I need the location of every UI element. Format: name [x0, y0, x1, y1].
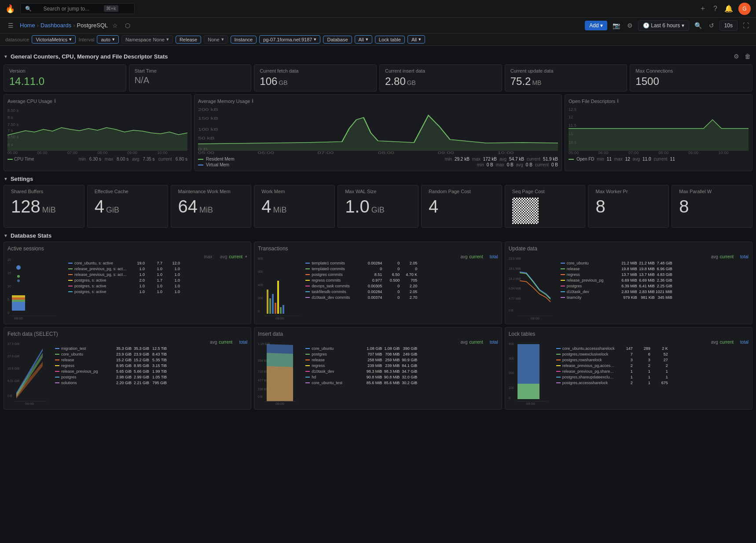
release-filter[interactable]: Release	[176, 36, 201, 44]
fd-chart-area: 05:00 06:00 07:00 08:00 09:00 10:00 12.5…	[569, 106, 749, 155]
lock-tables-content: 400 300 200 100 0 08:00	[509, 340, 749, 406]
breadcrumb-current: PostgreSQL	[77, 22, 108, 29]
interval-filter[interactable]: auto ▾	[97, 35, 118, 44]
shared-buffers-label: Shared Buffers	[11, 189, 77, 194]
svg-text:400: 400	[258, 283, 263, 286]
maxconn-card: Max Connections 1500	[630, 64, 752, 92]
svg-rect-42	[12, 300, 25, 302]
memory-legend: Resident Mem min29.2 kB max172 kB avg54.…	[198, 157, 558, 167]
svg-rect-104	[517, 384, 539, 399]
svg-text:07:00: 07:00	[67, 150, 77, 155]
max-worker-value: 8	[595, 198, 661, 215]
update-data-content: 23.8 MiB 19.1 MiB 14.3 MiB 9.54 MiB 4.77…	[509, 254, 749, 320]
db-row-2: Fetch data (SELECT) 37.3 GiB 27.9 GiB 18…	[4, 327, 752, 410]
svg-text:07:00: 07:00	[318, 150, 334, 155]
section3-header[interactable]: ▼ Database Stats	[4, 231, 752, 242]
update-data-panel: Update data 23.8 MiB 19.1 MiB 14.3 MiB 9…	[505, 242, 752, 324]
section1-trash-icon[interactable]: 🗑	[743, 51, 752, 62]
table-row: release19.8 MiB19.8 MiB6.96 GiB	[561, 266, 749, 272]
section1-header[interactable]: ▼ General Counters, CPU, Memory and File…	[4, 49, 752, 64]
table-row: regress commits0.9770.500705	[305, 277, 498, 283]
avatar[interactable]: G	[738, 3, 751, 15]
section3-title: Database Stats	[11, 232, 51, 239]
table-row: migration_test35.3 GiB35.3 GiB12.5 TiB	[55, 345, 247, 351]
svg-rect-63	[275, 303, 276, 314]
section1-settings-icon[interactable]: ⚙	[732, 51, 741, 62]
db-row-1: Active sessions	[4, 242, 752, 324]
lock-table-value-filter[interactable]: All ▾	[407, 35, 425, 44]
fd-info-icon[interactable]: ℹ	[617, 98, 619, 104]
database-value-filter[interactable]: All ▾	[355, 35, 372, 44]
table-row: postgres, s: active2.01.71.0	[68, 277, 247, 283]
svg-text:08:00: 08:00	[25, 402, 34, 406]
svg-marker-7	[7, 128, 187, 150]
camera-icon[interactable]: 📷	[611, 20, 622, 31]
cpu-legend-vals: min 6.30 s max 8.00 s avg 7.35 s current…	[79, 157, 187, 161]
fetch-label: Current fetch data	[260, 68, 371, 73]
stat-cards-row: Version 14.11.0 Start Time N/A Current f…	[4, 64, 752, 92]
maintenance-value: 64MiB	[178, 198, 244, 215]
svg-text:06:00: 06:00	[258, 150, 274, 155]
refresh-interval-button[interactable]: 10s	[719, 20, 738, 31]
star-icon[interactable]: ☆	[110, 20, 121, 31]
namespace-filter[interactable]: Namespace None ▾	[121, 35, 173, 44]
svg-rect-44	[12, 295, 25, 297]
fd-legend: Open FD min11 max12 avg11.0 current11	[569, 157, 749, 161]
table-row: d10task_dev98.3 MiB98.3 MiB34.7 GiB	[305, 368, 498, 374]
release-value-filter[interactable]: None ▾	[204, 35, 228, 44]
share-icon[interactable]: ⬡	[122, 20, 133, 31]
svg-marker-34	[569, 120, 749, 150]
maintenance-card: Maintenance Work Mem 64MiB	[171, 185, 252, 228]
section3-chevron: ▼	[4, 233, 8, 238]
instance-filter[interactable]: Instance	[231, 36, 257, 44]
maintenance-label: Maintenance Work Mem	[178, 189, 244, 194]
plus-icon[interactable]: ＋	[697, 2, 708, 15]
add-button[interactable]: Add ▾	[585, 21, 607, 30]
version-label: Version	[9, 68, 121, 73]
lock-table-filter[interactable]: Lock table	[375, 36, 405, 44]
svg-text:12.5: 12.5	[569, 107, 576, 112]
table-row: core_ubuntu1.08 GiB1.08 GiB390 GiB	[305, 345, 498, 351]
svg-rect-43	[12, 297, 25, 300]
version-value: 14.11.0	[9, 75, 121, 88]
mem-info-icon[interactable]: ℹ	[252, 98, 253, 104]
svg-text:100 kB: 100 kB	[198, 127, 218, 132]
svg-text:11: 11	[569, 132, 573, 136]
top-nav: 🔥 🔍 Search or jump to... ⌘+k ＋ ? 🔔 G	[0, 0, 756, 18]
table-row: postgres2.98 GiB2.99 GiB1.05 TiB	[55, 374, 247, 380]
sessions-header: max avg current ▾	[68, 254, 247, 259]
kiosk-icon[interactable]: ⛶	[741, 20, 751, 31]
table-row: postgres,rowexclusivelock7652	[556, 351, 749, 357]
update-value: 75.2MB	[510, 75, 622, 88]
cpu-info-icon[interactable]: ℹ	[54, 98, 56, 104]
breadcrumb-home[interactable]: Home	[20, 22, 35, 29]
wal-size-label: Max WAL Size	[345, 189, 411, 194]
search-bar[interactable]: 🔍 Search or jump to... ⌘+k	[20, 3, 135, 14]
cpu-chart-legend: CPU Time min 6.30 s max 8.00 s avg 7.35 …	[7, 157, 187, 161]
svg-marker-95	[267, 366, 293, 401]
fd-chart-title: Open File Descriptors ℹ	[569, 98, 749, 104]
fetch-card: Current fetch data 106GB	[254, 64, 377, 92]
zoom-out-icon[interactable]: 🔍	[693, 20, 704, 31]
settings-icon[interactable]: ⚙	[625, 20, 635, 31]
svg-text:08:00: 08:00	[98, 150, 108, 155]
sidebar-toggle[interactable]: ☰	[5, 20, 16, 31]
svg-text:11.5: 11.5	[569, 123, 576, 128]
table-row: postgres, s: active1.01.01.0	[68, 289, 247, 294]
help-icon[interactable]: ?	[712, 3, 719, 15]
refresh-icon[interactable]: ↺	[707, 20, 716, 31]
second-nav: ☰ Home › Dashboards › PostgreSQL ☆ ⬡ Add…	[0, 18, 756, 33]
svg-text:0 B: 0 B	[198, 147, 208, 151]
instance-value-filter[interactable]: pg-07.1forma.net:9187 ▾	[259, 35, 320, 44]
time-range-button[interactable]: 🕐 Last 6 hours ▾	[638, 20, 689, 31]
database-filter[interactable]: Database	[323, 36, 352, 44]
transactions-header: avg current total	[305, 254, 498, 259]
effective-cache-value: 4GiB	[95, 198, 161, 215]
section2-header[interactable]: ▼ Settings	[4, 174, 752, 185]
breadcrumb-dashboards[interactable]: Dashboards	[40, 22, 71, 29]
insert-data-chart: 1.16 GiB 954 MiB 715 MiB 477 MiB 238 MiB…	[258, 340, 302, 406]
bell-icon[interactable]: 🔔	[723, 3, 735, 15]
datasource-filter[interactable]: VictoriaMetrics ▾	[32, 35, 76, 44]
active-sessions-content: 08:00 20 15 10 5 0 max avg current ▾	[7, 254, 247, 320]
svg-text:12: 12	[569, 115, 573, 119]
